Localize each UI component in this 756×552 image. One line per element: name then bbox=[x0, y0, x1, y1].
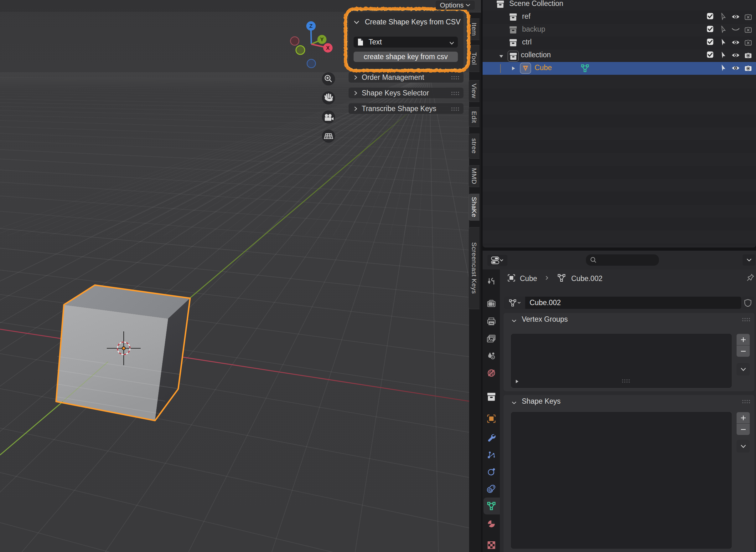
svg-text:X: X bbox=[326, 45, 330, 51]
svg-text:Y: Y bbox=[320, 37, 324, 42]
svg-text:Z: Z bbox=[309, 23, 313, 29]
